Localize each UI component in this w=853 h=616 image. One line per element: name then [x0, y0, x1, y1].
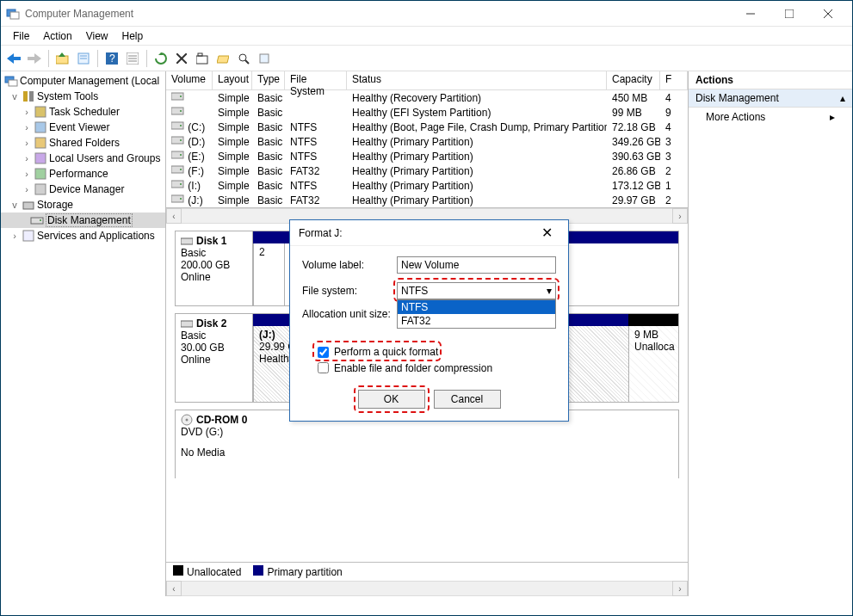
disk-type: DVD (G:) [181, 426, 248, 438]
tree-services[interactable]: › Services and Applications [1, 228, 165, 243]
svg-point-49 [180, 139, 182, 141]
ok-button[interactable]: OK [358, 390, 425, 409]
scroll-left-button[interactable]: ‹ [166, 208, 182, 224]
dialog-close-button[interactable]: ✕ [535, 223, 559, 243]
col-status[interactable]: Status [347, 71, 607, 89]
svg-point-25 [239, 54, 246, 61]
refresh-icon[interactable] [151, 49, 170, 68]
fs-option-fat32[interactable]: FAT32 [398, 314, 555, 328]
tree-item[interactable]: ›Local Users and Groups [1, 151, 165, 166]
expand-icon[interactable]: › [22, 138, 32, 148]
list-icon[interactable] [123, 49, 142, 68]
item-icon [34, 167, 47, 181]
volume-row[interactable]: (C:)SimpleBasicNTFSHealthy (Boot, Page F… [166, 120, 688, 134]
compression-checkbox[interactable] [318, 362, 329, 373]
expand-icon[interactable]: › [22, 153, 32, 163]
volume-row[interactable]: (D:)SimpleBasicNTFSHealthy (Primary Part… [166, 134, 688, 149]
col-layout[interactable]: Layout [213, 71, 252, 89]
item-icon [34, 120, 47, 134]
volume-icon [171, 91, 185, 102]
actions-more[interactable]: More Actions▸ [689, 108, 852, 126]
scroll-left-button[interactable]: ‹ [166, 581, 182, 596]
maximize-button[interactable] [770, 1, 808, 27]
cancel-button[interactable]: Cancel [434, 390, 501, 409]
collapse-icon[interactable]: v [9, 200, 20, 210]
volume-row[interactable]: (F:)SimpleBasicFAT32Healthy (Primary Par… [166, 163, 688, 178]
tree-item[interactable]: ›Shared Folders [1, 135, 165, 151]
scroll-right-button[interactable]: › [672, 581, 688, 596]
volume-label-input[interactable] [397, 256, 556, 274]
col-free[interactable]: F [660, 71, 688, 89]
tree-item[interactable]: ›Event Viewer [1, 120, 165, 135]
menu-view[interactable]: View [79, 28, 115, 44]
up-folder-icon[interactable] [53, 49, 72, 68]
svg-rect-58 [181, 238, 193, 244]
actions-category[interactable]: Disk Management▴ [689, 89, 852, 108]
disk-info: Disk 2 Basic 30.00 GB Online [176, 314, 253, 402]
tree-systools[interactable]: v System Tools [1, 89, 165, 104]
volume-grid[interactable]: Volume Layout Type File System Status Ca… [166, 71, 688, 208]
compression-checkbox-row[interactable]: Enable file and folder compression [318, 362, 556, 374]
volume-row[interactable]: (I:)SimpleBasicNTFSHealthy (Primary Part… [166, 178, 688, 193]
navigation-tree[interactable]: Computer Management (Local v System Tool… [1, 71, 166, 596]
menu-help[interactable]: Help [115, 28, 151, 44]
svg-rect-41 [23, 231, 34, 241]
expand-icon[interactable]: › [22, 107, 32, 117]
folder-new-icon[interactable] [193, 49, 212, 68]
col-type[interactable]: Type [252, 71, 285, 89]
folder-open-icon[interactable] [213, 49, 232, 68]
tree-disk-management[interactable]: Disk Management [1, 213, 165, 228]
svg-point-47 [180, 125, 182, 126]
tree-item[interactable]: ›Performance [1, 166, 165, 182]
collapse-icon[interactable]: v [9, 91, 20, 102]
quick-format-checkbox-row[interactable]: Perform a quick format [318, 346, 438, 358]
disk-size: 200.00 GB [181, 259, 247, 271]
expand-icon[interactable]: › [9, 231, 20, 241]
volume-row[interactable]: SimpleBasicHealthy (EFI System Partition… [166, 105, 688, 120]
expand-icon[interactable]: › [22, 122, 32, 132]
forward-button[interactable] [25, 49, 44, 68]
delete-icon[interactable] [172, 49, 191, 68]
volume-row[interactable]: (E:)SimpleBasicNTFSHealthy (Primary Part… [166, 149, 688, 163]
close-button[interactable] [808, 1, 847, 27]
col-volume[interactable]: Volume [166, 71, 213, 89]
tree-root[interactable]: Computer Management (Local [1, 73, 165, 89]
minimize-button[interactable] [731, 1, 770, 27]
partition-unallocated[interactable]: 9 MB Unalloca [628, 326, 678, 402]
quick-format-checkbox[interactable] [318, 347, 329, 358]
partition[interactable]: 2 [253, 243, 284, 305]
horizontal-scrollbar[interactable]: ‹ › [166, 581, 688, 596]
tree-item[interactable]: ›Device Manager [1, 182, 165, 197]
volume-icon [171, 106, 185, 116]
svg-marker-7 [28, 53, 41, 64]
expand-icon[interactable]: › [22, 169, 32, 179]
file-system-dropdown-list[interactable]: NTFS FAT32 [397, 299, 556, 329]
svg-rect-29 [9, 80, 17, 86]
tree-item[interactable]: ›Task Scheduler [1, 104, 165, 120]
menu-action[interactable]: Action [36, 28, 78, 44]
volume-row[interactable]: (J:)SimpleBasicFAT32Healthy (Primary Par… [166, 193, 688, 207]
svg-point-45 [180, 110, 182, 112]
svg-rect-3 [785, 9, 794, 18]
fs-option-ntfs[interactable]: NTFS [398, 300, 555, 314]
dialog-titlebar[interactable]: Format J: ✕ [290, 220, 568, 246]
file-system-combo[interactable]: NTFS▾ NTFS FAT32 [397, 282, 556, 299]
legend-unallocated: Unallocated [173, 565, 241, 578]
tree-storage[interactable]: v Storage [1, 197, 165, 213]
tree-item-label: Performance [49, 168, 108, 180]
expand-icon[interactable]: › [22, 184, 32, 194]
help-icon[interactable]: ? [102, 49, 121, 68]
tree-item-label: Task Scheduler [49, 106, 120, 118]
settings-icon[interactable] [255, 49, 274, 68]
back-button[interactable] [4, 49, 23, 68]
scroll-right-button[interactable]: › [672, 208, 688, 224]
volume-icon [171, 150, 185, 160]
properties-icon[interactable] [74, 49, 93, 68]
disk-name: CD-ROM 0 [196, 414, 247, 426]
col-capacity[interactable]: Capacity [607, 71, 660, 89]
volume-row[interactable]: SimpleBasicHealthy (Recovery Partition)4… [166, 90, 688, 105]
menu-file[interactable]: File [6, 28, 36, 44]
col-fs[interactable]: File System [285, 71, 347, 89]
svg-rect-37 [35, 184, 46, 194]
find-icon[interactable] [234, 49, 253, 68]
